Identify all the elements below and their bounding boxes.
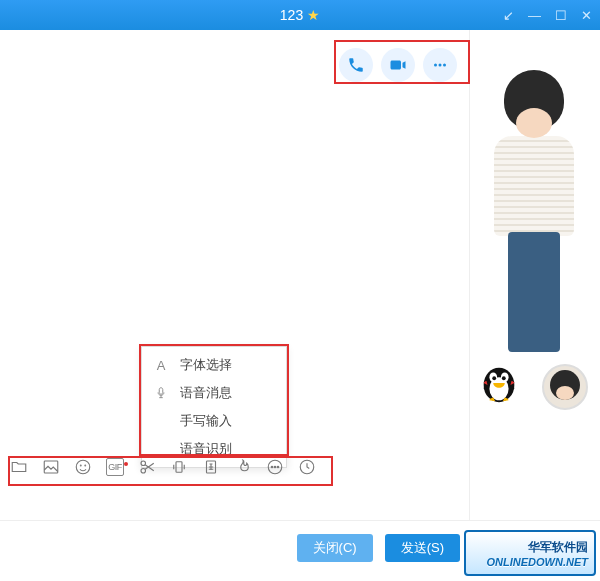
send-button[interactable]: 发送(S)	[385, 534, 460, 562]
annotation-highlight-top	[334, 40, 470, 84]
contact-avatar-small[interactable]	[542, 364, 588, 410]
qq-penguin-icon	[476, 360, 522, 406]
svg-point-21	[502, 376, 506, 380]
pin-icon[interactable]: ↙	[503, 8, 514, 23]
logo-en: ONLINEDOWN.NET	[487, 556, 588, 568]
chat-pane: A 字体选择 语音消息 手写输入 语音识别 GIF	[0, 30, 470, 520]
main-area: A 字体选择 语音消息 手写输入 语音识别 GIF	[0, 30, 600, 520]
annotation-highlight-menu	[139, 344, 289, 456]
minimize-icon[interactable]: —	[528, 8, 541, 23]
title-text: 123	[280, 7, 303, 23]
svg-point-20	[492, 376, 496, 380]
title-bar: 123 ★ ↙ — ☐ ✕	[0, 0, 600, 30]
star-icon: ★	[307, 7, 320, 23]
watermark-logo: 华军软件园 ONLINEDOWN.NET	[464, 530, 596, 576]
bottom-bar: 关闭(C) 发送(S) 华军软件园 ONLINEDOWN.NET	[0, 520, 600, 580]
logo-zh: 华军软件园	[528, 539, 588, 556]
side-pane	[470, 30, 600, 520]
close-button[interactable]: 关闭(C)	[297, 534, 373, 562]
maximize-icon[interactable]: ☐	[555, 8, 567, 23]
contact-avatar-large	[488, 70, 580, 360]
annotation-highlight-toolbar	[8, 456, 333, 486]
close-icon[interactable]: ✕	[581, 8, 592, 23]
window-title: 123 ★	[280, 7, 320, 23]
